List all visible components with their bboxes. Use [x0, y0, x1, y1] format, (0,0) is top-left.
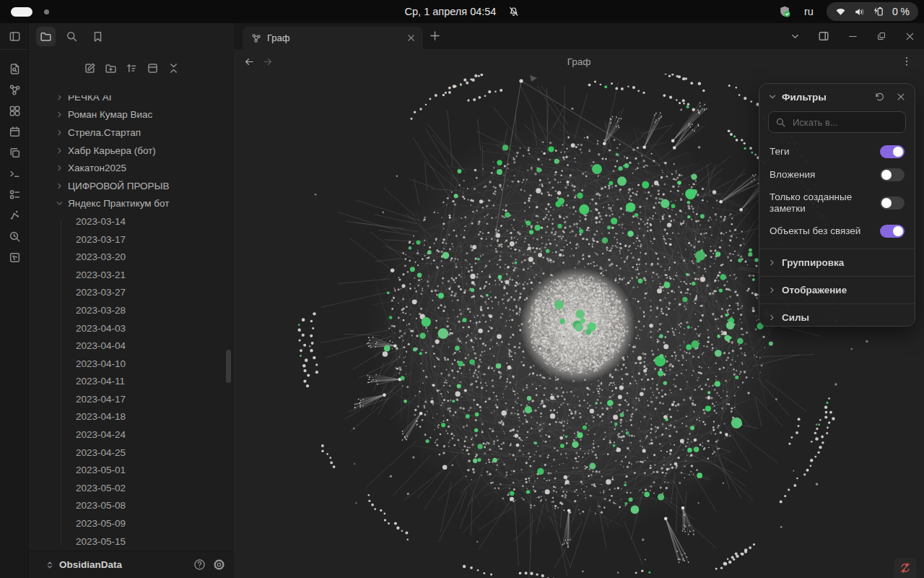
chevrons-up-down-icon: [45, 561, 54, 569]
filter-row: Только созданные заметки: [759, 186, 915, 220]
ribbon-divider: [0, 49, 28, 50]
window-restore-button[interactable]: [876, 31, 886, 41]
ribbon-button-layout-grid[interactable]: [0, 100, 29, 121]
filter-toggle[interactable]: [880, 145, 905, 158]
ribbon-button-terminal[interactable]: [0, 163, 29, 184]
view-header: Граф: [234, 49, 924, 74]
file-tree-scrollbar[interactable]: [226, 350, 231, 383]
tab-bar: Граф: [234, 23, 924, 49]
chevron-down-icon: [56, 199, 64, 207]
toolbar-button-sort-order[interactable]: [126, 62, 138, 74]
sidebar-tab-files[interactable]: [36, 27, 56, 46]
section-label: Отображение: [782, 285, 847, 296]
tab-graph[interactable]: Граф: [243, 27, 423, 49]
filters-panel-title: Фильтры: [782, 92, 863, 103]
toolbar-button-new-folder[interactable]: [105, 62, 117, 74]
file-tree: РЕЧКА AIРоман Кумар ВиасСтрела.СтартапХа…: [30, 95, 233, 551]
right-sidebar-toggle-icon[interactable]: [818, 30, 829, 42]
graph-view: Фильтры ТегиВложенияТолько созданные зам…: [234, 74, 924, 578]
more-options-button[interactable]: [901, 49, 912, 74]
battery-charging-icon: [873, 6, 884, 17]
tab-list-chevron-icon[interactable]: [790, 32, 800, 41]
folder-row[interactable]: РЕЧКА AI: [30, 95, 233, 106]
clock-menu[interactable]: Ср, 1 апреля 04:54: [405, 0, 520, 23]
toolbar-button-new-note[interactable]: [84, 62, 96, 74]
reset-filters-icon[interactable]: [874, 92, 885, 103]
history-search-icon: [9, 230, 21, 243]
vault-name: ObsidianData: [59, 559, 122, 570]
window-minimize-button[interactable]: [847, 31, 858, 42]
nav-back-button[interactable]: [244, 56, 255, 67]
ribbon-button-list-todo[interactable]: [0, 184, 29, 205]
folder-name: Хакатон2025: [68, 163, 126, 173]
chevron-right-icon: [768, 314, 776, 322]
ribbon-button-box-graph[interactable]: [0, 247, 29, 268]
chevron-right-icon: [56, 111, 64, 118]
folder-name: ЦИФРОВОЙ ПРОРЫВ: [68, 181, 170, 191]
folder-row[interactable]: Стрела.Стартап: [30, 124, 233, 142]
toolbar-button-collapse-all[interactable]: [167, 62, 180, 74]
left-sidebar: РЕЧКА AIРоман Кумар ВиасСтрела.СтартапХа…: [30, 23, 233, 578]
section-label: Силы: [782, 312, 809, 323]
graph-filters-panel: Фильтры ТегиВложенияТолько созданные зам…: [759, 83, 915, 327]
sidebar-tab-search[interactable]: [62, 27, 82, 46]
folder-name: РЕЧКА AI: [68, 95, 111, 103]
tab-label: Граф: [267, 33, 406, 43]
graph-search-box[interactable]: [768, 111, 906, 133]
panel-collapse-chevron-icon[interactable]: [768, 92, 777, 101]
sidebar-tab-bookmarks[interactable]: [88, 27, 108, 46]
window-close-button[interactable]: [905, 31, 915, 42]
help-icon[interactable]: [193, 558, 206, 571]
list-todo-icon: [9, 189, 21, 201]
indent-guide: [61, 220, 61, 545]
ribbon-button-graph[interactable]: [0, 79, 29, 100]
ribbon-button-file-search[interactable]: [0, 59, 29, 79]
filter-toggle[interactable]: [880, 168, 905, 181]
panel-section-Силы[interactable]: Силы: [759, 303, 915, 327]
ribbon-button-calendar[interactable]: [0, 121, 29, 142]
filter-toggle[interactable]: [880, 225, 905, 238]
folder-row[interactable]: Роман Кумар Виас: [30, 106, 233, 124]
search-icon: [775, 117, 786, 128]
keyboard-layout-indicator[interactable]: ru: [804, 6, 814, 17]
filter-toggle[interactable]: [880, 197, 905, 210]
ribbon-button-history-search[interactable]: [0, 226, 29, 247]
chevron-right-icon: [56, 182, 64, 190]
graph-search-input[interactable]: [791, 116, 899, 129]
panel-section-Отображение[interactable]: Отображение: [759, 276, 915, 303]
vault-switcher[interactable]: ObsidianData: [45, 559, 122, 570]
activities-indicator[interactable]: [11, 7, 32, 17]
tab-close-icon[interactable]: [406, 33, 416, 43]
toggle-knob: [881, 198, 892, 208]
folder-row[interactable]: Хабр Карьера (бот): [30, 142, 233, 160]
ribbon-button-scatter[interactable]: [0, 205, 29, 226]
folder-name: Роман Кумар Виас: [68, 109, 152, 120]
volume-icon: [854, 7, 865, 17]
folder-row[interactable]: ЦИФРОВОЙ ПРОРЫВ: [30, 177, 233, 195]
folder-name: Стрела.Стартап: [68, 127, 141, 138]
sync-disabled-button[interactable]: [894, 558, 917, 578]
chevron-right-icon: [768, 286, 776, 294]
obsidian-window: РЕЧКА AIРоман Кумар ВиасСтрела.СтартапХа…: [0, 23, 924, 578]
toggle-knob: [881, 170, 892, 180]
new-note-icon: [84, 62, 96, 74]
folder-icon: [40, 30, 52, 43]
settings-gear-icon[interactable]: [213, 558, 225, 571]
toggle-knob: [893, 147, 903, 157]
shield-check-icon[interactable]: [778, 5, 791, 18]
filter-label: Объекты без связей: [770, 225, 880, 237]
ribbon-button-copy[interactable]: [0, 142, 29, 163]
system-tray[interactable]: 0 %: [827, 2, 918, 21]
close-panel-icon[interactable]: [896, 92, 906, 102]
chevron-right-icon: [56, 95, 64, 101]
folder-row[interactable]: Хакатон2025: [30, 159, 233, 177]
toolbar-button-collapse-panel[interactable]: [147, 62, 159, 74]
new-tab-button[interactable]: [429, 30, 441, 42]
nav-forward-button[interactable]: [262, 56, 273, 67]
panel-section-Группировка[interactable]: Группировка: [759, 249, 915, 276]
folder-row[interactable]: Яндекс Практикум бот: [30, 195, 233, 213]
search-icon: [66, 30, 78, 43]
box-graph-icon: [9, 251, 21, 264]
graph-icon: [9, 84, 21, 96]
sidebar-toggle-button[interactable]: [0, 23, 29, 49]
